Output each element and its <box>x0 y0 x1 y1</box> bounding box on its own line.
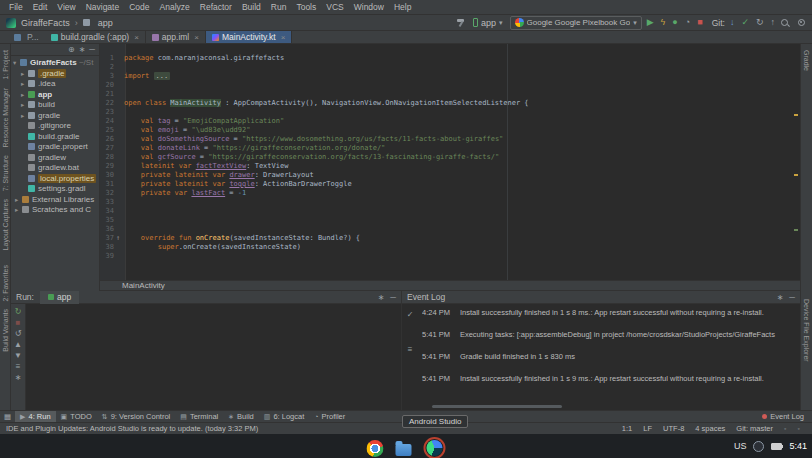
push-icon[interactable]: ↑ <box>771 18 776 27</box>
event-log-toggle[interactable]: Event Log <box>762 411 812 422</box>
tree-item-app[interactable]: ▸app <box>11 90 99 101</box>
tool-window-project-tab[interactable]: P... <box>0 31 45 43</box>
step-up-icon[interactable]: ▲ <box>14 341 22 349</box>
wrench-icon[interactable]: ≡ <box>408 345 413 354</box>
run-console[interactable] <box>27 304 401 410</box>
run-tab-app[interactable]: app <box>40 291 79 304</box>
menu-build[interactable]: Build <box>237 2 266 12</box>
hide-panel-icon[interactable]: ─ <box>89 46 95 54</box>
event-log-entry[interactable]: 5:41 PMInstall successfully finished in … <box>422 374 798 383</box>
strip-resource-manager[interactable]: Resource Manager <box>2 88 9 148</box>
hammer-icon[interactable] <box>456 18 466 28</box>
search-icon[interactable] <box>780 18 790 28</box>
settings-icon[interactable] <box>797 18 806 27</box>
debug-icon[interactable]: ● <box>672 18 677 27</box>
tree-item-gradlew[interactable]: gradlew <box>11 153 99 164</box>
keyboard-layout[interactable]: US <box>734 441 747 451</box>
tree-item-gradle[interactable]: ▸gradle <box>11 111 99 122</box>
tree-item-local.properties[interactable]: local.properties <box>11 174 99 185</box>
toolwindow-6-logcat[interactable]: ▥6: Logcat <box>259 411 309 422</box>
play-icon[interactable]: ▶ <box>647 18 654 27</box>
menu-tools[interactable]: Tools <box>291 2 321 12</box>
status-item-utf-8[interactable]: UTF-8 <box>663 424 684 433</box>
status-item-lf[interactable]: LF <box>643 424 652 433</box>
breadcrumb-item[interactable]: MainActivity <box>122 281 165 290</box>
menu-analyze[interactable]: Analyze <box>155 2 195 12</box>
strip-1-project[interactable]: 1: Project <box>2 50 9 80</box>
tab-app.iml[interactable]: app.iml× <box>146 31 206 43</box>
event-log-entry[interactable]: 5:41 PMGradle build finished in 1 s 830 … <box>422 352 798 361</box>
tree-item-.idea[interactable]: ▸.idea <box>11 79 99 90</box>
tree-item-build[interactable]: ▸build <box>11 100 99 111</box>
lock-icon[interactable]: ◦ <box>784 425 786 432</box>
strip-7-structure[interactable]: 7: Structure <box>2 155 9 191</box>
event-log-entry[interactable]: 5:41 PMExecuting tasks: [:app:assembleDe… <box>422 330 798 339</box>
toolwindow-4-run[interactable]: ▶4: Run <box>15 411 56 422</box>
status-item-4-spaces[interactable]: 4 spaces <box>695 424 725 433</box>
run-config-select[interactable]: app ▾ <box>471 18 505 28</box>
hide-panel-icon[interactable]: ─ <box>390 293 396 302</box>
settings-icon[interactable]: ∗ <box>777 293 784 302</box>
tab-build.gradle-app-[interactable]: build.gradle (:app)× <box>45 31 146 43</box>
toolwindow-9-version-control[interactable]: ⇅9: Version Control <box>97 411 176 422</box>
close-icon[interactable]: × <box>281 33 286 42</box>
chrome-icon[interactable] <box>367 440 384 457</box>
toolwindow-todo[interactable]: ▣TODO <box>56 411 97 422</box>
notifications-icon[interactable]: ◦ <box>798 425 800 432</box>
update-icon[interactable]: ↓ <box>730 18 735 27</box>
device-file-explorer-tool-button[interactable]: Device File Explorer <box>803 299 810 362</box>
rollback-icon[interactable]: ↻ <box>756 18 764 27</box>
close-icon[interactable]: × <box>194 33 199 42</box>
menu-file[interactable]: File <box>4 2 28 12</box>
settings-icon[interactable]: ∗ <box>79 46 86 54</box>
tree-item-external-libraries[interactable]: ▸External Libraries <box>11 195 99 206</box>
tree-item-settings.gradl[interactable]: settings.gradl <box>11 184 99 195</box>
tree-item-build.gradle[interactable]: build.gradle <box>11 132 99 143</box>
error-stripe-mark[interactable] <box>794 229 798 231</box>
error-stripe-mark[interactable] <box>794 174 798 176</box>
hide-panel-icon[interactable]: ─ <box>789 293 795 302</box>
menu-vcs[interactable]: VCS <box>321 2 348 12</box>
apply-changes-icon[interactable]: ϟ <box>661 18 666 27</box>
strip-build-variants[interactable]: Build Variants <box>2 309 9 352</box>
profiler-icon[interactable]: ◔ <box>685 18 690 27</box>
error-stripe-mark[interactable] <box>794 114 798 116</box>
menu-edit[interactable]: Edit <box>28 2 53 12</box>
menu-navigate[interactable]: Navigate <box>81 2 125 12</box>
tool-windows-icon[interactable]: ▦ <box>0 411 15 422</box>
pin-icon[interactable]: ≡ <box>16 363 21 371</box>
file-manager-icon[interactable] <box>396 444 412 456</box>
stop-icon[interactable]: ■ <box>16 319 21 327</box>
tree-item-.gitignore[interactable]: .gitignore <box>11 121 99 132</box>
override-gutter-icon[interactable]: ↑ <box>116 234 120 243</box>
restart-icon[interactable]: ↺ <box>15 330 22 338</box>
horizontal-scrollbar[interactable] <box>432 405 562 408</box>
event-log-entry[interactable]: 4:24 PMInstall successfully finished in … <box>422 308 798 317</box>
menu-help[interactable]: Help <box>389 2 416 12</box>
settings-icon[interactable]: ∗ <box>15 374 22 382</box>
rerun-icon[interactable]: ↻ <box>15 308 22 316</box>
breadcrumb-project[interactable]: GiraffeFacts <box>21 18 70 28</box>
menu-view[interactable]: View <box>52 2 80 12</box>
commit-icon[interactable]: ✓ <box>741 18 749 27</box>
toolwindow-terminal[interactable]: ▤Terminal <box>175 411 223 422</box>
gradle-tool-button[interactable]: Gradle <box>803 50 810 71</box>
editor[interactable]: 1package com.naranjaconsal.giraffefacts2… <box>100 44 800 280</box>
menu-run[interactable]: Run <box>266 2 292 12</box>
status-item-git-master[interactable]: Git: master <box>736 424 773 433</box>
menu-window[interactable]: Window <box>349 2 389 12</box>
device-select[interactable]: Google Google Pixelbook Go ▾ <box>510 16 642 30</box>
expand-all-icon[interactable]: ⊕ <box>68 46 75 54</box>
android-studio-icon[interactable] <box>427 440 443 456</box>
stop-icon[interactable]: ■ <box>697 18 702 27</box>
settings-icon[interactable]: ∗ <box>378 293 385 302</box>
tree-item-gradlew.bat[interactable]: gradlew.bat <box>11 163 99 174</box>
strip-2-favorites[interactable]: 2: Favorites <box>2 265 9 302</box>
step-down-icon[interactable]: ▼ <box>14 352 22 360</box>
tree-item-.gradle[interactable]: ▸.gradle <box>11 69 99 80</box>
close-icon[interactable]: × <box>134 33 139 42</box>
toolwindow-profiler[interactable]: ◔Profiler <box>309 411 350 422</box>
toolwindow-build[interactable]: ∗Build <box>223 411 259 422</box>
menu-code[interactable]: Code <box>124 2 154 12</box>
status-item-1-1[interactable]: 1:1 <box>622 424 632 433</box>
